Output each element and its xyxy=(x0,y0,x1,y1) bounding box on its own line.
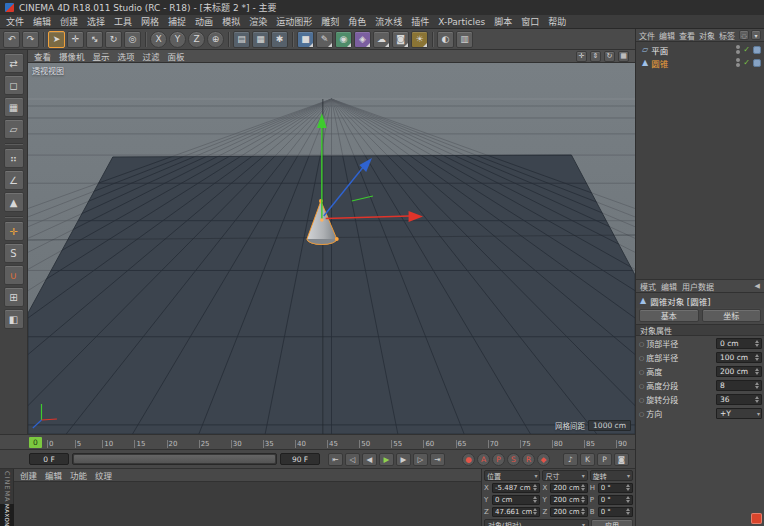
coordinate-input[interactable]: 200 cm xyxy=(550,483,587,493)
om-menu-3[interactable]: 查看 xyxy=(679,30,695,41)
menu-17[interactable]: 脚本 xyxy=(494,15,512,28)
start-frame-field[interactable]: 0 F xyxy=(29,453,69,465)
value-stepper[interactable] xyxy=(754,354,760,361)
timeline-tick[interactable]: 50 xyxy=(359,440,370,448)
display-mode-button[interactable]: ◐ xyxy=(437,31,454,48)
visibility-dots[interactable] xyxy=(736,58,740,67)
play-button[interactable]: ▶ xyxy=(379,453,394,466)
om-filter-icon[interactable]: ▾ xyxy=(751,30,761,40)
y-axis-lock-button[interactable]: Y xyxy=(169,31,186,48)
timeline-tick[interactable]: 5 xyxy=(75,440,81,448)
coordinate-input[interactable]: 0 ° xyxy=(598,483,633,493)
material-menu-2[interactable]: 编辑 xyxy=(45,469,62,481)
material-list-empty[interactable] xyxy=(14,482,481,526)
timeline-tick[interactable]: 75 xyxy=(520,440,531,448)
am-menu-2[interactable]: 编辑 xyxy=(661,281,677,292)
coordinates-group-header[interactable]: 旋转▾ xyxy=(590,470,633,481)
record-position-toggle[interactable]: P xyxy=(492,453,505,466)
value-stepper[interactable] xyxy=(532,508,538,515)
viewport-menu-3[interactable]: 显示 xyxy=(93,50,110,62)
enabled-check-icon[interactable]: ✓ xyxy=(743,58,750,67)
timeline-tick[interactable]: 40 xyxy=(295,440,306,448)
cone-radius-handle[interactable] xyxy=(335,237,339,241)
timeline-tick[interactable]: 35 xyxy=(263,440,274,448)
viewport-menu-6[interactable]: 面板 xyxy=(168,50,185,62)
timeline-ruler[interactable]: 0 051015202530354045505560657075808590 xyxy=(0,434,635,449)
end-frame-field[interactable]: 90 F xyxy=(280,453,320,465)
property-input[interactable]: 0 cm xyxy=(716,338,762,349)
scale-tool-icon[interactable]: ↔ xyxy=(86,31,103,48)
prev-frame-button[interactable]: ◀ xyxy=(362,453,377,466)
viewport-scene[interactable] xyxy=(28,63,635,434)
texture-mode-icon[interactable]: ▦ xyxy=(4,97,24,117)
record-parameter-toggle[interactable]: ◆ xyxy=(537,453,550,466)
menu-15[interactable]: 插件 xyxy=(411,15,429,28)
autokey-button[interactable]: A xyxy=(477,453,490,466)
timeline-tick[interactable]: 25 xyxy=(199,440,210,448)
next-key-button[interactable]: ▷ xyxy=(413,453,428,466)
coordinate-input[interactable]: 0 cm xyxy=(492,495,540,505)
viewport-menu-2[interactable]: 摄像机 xyxy=(59,50,85,62)
value-stepper[interactable] xyxy=(532,484,538,491)
toggle-layout-icon[interactable]: ▦ xyxy=(618,51,629,62)
menu-11[interactable]: 运动图形 xyxy=(276,15,312,28)
coordinate-input[interactable]: 0 ° xyxy=(598,507,633,517)
record-keyframe-button[interactable]: ● xyxy=(462,453,475,466)
viewport-menu-5[interactable]: 过滤 xyxy=(143,50,160,62)
timeline-tick[interactable]: 15 xyxy=(134,440,145,448)
menu-19[interactable]: 帮助 xyxy=(548,15,566,28)
value-stepper[interactable] xyxy=(754,368,760,375)
render-view-button[interactable]: ▤ xyxy=(233,31,250,48)
menu-6[interactable]: 网格 xyxy=(141,15,159,28)
enable-snap-icon[interactable]: ∪ xyxy=(4,265,24,285)
edges-mode-icon[interactable]: ∠ xyxy=(4,170,24,190)
pan-view-icon[interactable]: ✛ xyxy=(576,51,587,62)
keyframe-circle-icon[interactable]: ○ xyxy=(639,410,644,417)
collapse-panel-icon[interactable]: ◀ xyxy=(755,282,760,290)
menu-8[interactable]: 动画 xyxy=(195,15,213,28)
corner-status-icon[interactable] xyxy=(751,513,762,524)
make-editable-icon[interactable]: ⇄ xyxy=(4,53,24,73)
menu-18[interactable]: 窗口 xyxy=(521,15,539,28)
value-stepper[interactable] xyxy=(625,496,631,503)
prev-key-button[interactable]: ◁ xyxy=(345,453,360,466)
visibility-dots[interactable] xyxy=(736,45,740,54)
coordinates-group-header[interactable]: 位置▾ xyxy=(484,470,540,481)
timeline-tick[interactable]: 55 xyxy=(391,440,402,448)
menu-10[interactable]: 渲染 xyxy=(249,15,267,28)
primitive-cube-button[interactable]: ■ xyxy=(297,31,314,48)
camera-keyframe-icon[interactable]: ◙ xyxy=(614,453,629,466)
spline-pen-button[interactable]: ✎ xyxy=(316,31,333,48)
attribute-tab-1[interactable]: 基本 xyxy=(639,309,699,322)
light-button[interactable]: ☀ xyxy=(411,31,428,48)
menu-13[interactable]: 角色 xyxy=(348,15,366,28)
record-scale-toggle[interactable]: S xyxy=(507,453,520,466)
timeline-tick[interactable]: 90 xyxy=(616,440,627,448)
keyframe-circle-icon[interactable]: ○ xyxy=(639,354,644,361)
property-input[interactable]: 36 xyxy=(716,394,762,405)
menu-5[interactable]: 工具 xyxy=(114,15,132,28)
last-used-tool-icon[interactable]: ◎ xyxy=(124,31,141,48)
keyframe-circle-icon[interactable]: ○ xyxy=(639,368,644,375)
next-frame-button[interactable]: ▶ xyxy=(396,453,411,466)
material-menu-1[interactable]: 创建 xyxy=(20,469,37,481)
apply-button[interactable]: 应用 xyxy=(591,519,633,526)
x-axis-lock-button[interactable]: X xyxy=(150,31,167,48)
rotate-tool-icon[interactable]: ↻ xyxy=(105,31,122,48)
timeline-tick[interactable]: 65 xyxy=(456,440,467,448)
zoom-view-icon[interactable]: ⇕ xyxy=(590,51,601,62)
viewport-layout-button[interactable]: ▥ xyxy=(456,31,473,48)
coordinate-input[interactable]: 47.661 cm xyxy=(492,507,540,517)
menu-3[interactable]: 创建 xyxy=(60,15,78,28)
coordinate-system-button[interactable]: ⊕ xyxy=(207,31,224,48)
object-row-2[interactable]: ▲圆锥✓ xyxy=(636,56,764,69)
value-stepper[interactable] xyxy=(580,496,586,503)
rotate-view-icon[interactable]: ↻ xyxy=(604,51,615,62)
timeline-tick[interactable]: 45 xyxy=(327,440,338,448)
value-stepper[interactable] xyxy=(754,340,760,347)
am-menu-1[interactable]: 模式 xyxy=(640,281,656,292)
undo-icon[interactable]: ↶ xyxy=(3,31,20,48)
timeline-tick[interactable]: 80 xyxy=(552,440,563,448)
menu-1[interactable]: 文件 xyxy=(6,15,24,28)
timeline-tick[interactable]: 70 xyxy=(488,440,499,448)
